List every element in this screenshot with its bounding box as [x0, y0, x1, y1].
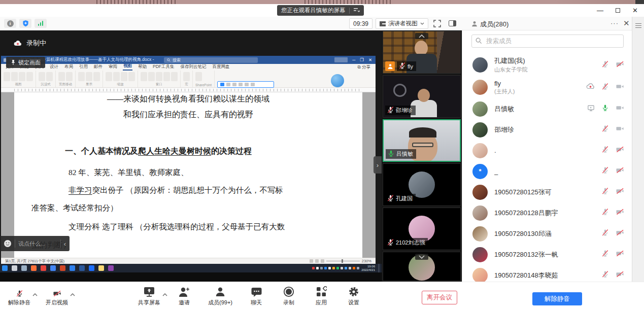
camera-muted-icon[interactable]: [616, 187, 624, 197]
member-row[interactable]: fly(主持人): [462, 76, 632, 98]
toolbar-button-members[interactable]: 成员(99+): [208, 285, 232, 306]
mic-on-icon[interactable]: [601, 104, 609, 114]
taskbar-icon-word[interactable]: [79, 265, 85, 271]
windows-taskbar[interactable]: 19:062022/4/21: [0, 264, 382, 272]
chevron-up-icon[interactable]: [32, 289, 38, 298]
show-desktop-button[interactable]: [378, 264, 380, 272]
camera-muted-icon[interactable]: [616, 229, 624, 238]
word-tab-审阅[interactable]: 审阅: [108, 64, 118, 71]
toolbar-button-settings[interactable]: 设置: [345, 285, 362, 306]
video-thumbnail-2102刘志强[interactable]: 2102刘志强: [383, 208, 461, 250]
word-tab-PDF工具集[interactable]: PDF工具集: [152, 64, 175, 71]
chevron-up-icon[interactable]: [162, 289, 167, 298]
ribbon-button[interactable]: [4, 72, 10, 81]
panel-close-button[interactable]: ✕: [623, 19, 630, 28]
ribbon-button[interactable]: [121, 72, 127, 81]
shared-screen[interactable]: 录制中 锁定画面 数智科学与计算机课程思政伦理故事——基于人文与伦理的视角.do…: [0, 30, 382, 282]
member-row[interactable]: 190507280132张一帆: [462, 244, 632, 265]
member-row[interactable]: 吕慎敏: [462, 98, 632, 119]
taskbar-icon-start[interactable]: [2, 265, 8, 271]
system-tray[interactable]: [312, 267, 359, 269]
video-thumbnail-邵增珍[interactable]: 邵增珍: [383, 75, 461, 118]
taskbar-icon-powerpoint[interactable]: [60, 265, 65, 271]
word-tab-帮助[interactable]: 帮助: [138, 64, 147, 71]
chevron-up-icon[interactable]: [70, 289, 75, 298]
word-tab-布局[interactable]: 布局: [64, 64, 74, 71]
word-search-box[interactable]: 搜索: [164, 57, 258, 63]
ribbon-button[interactable]: [11, 72, 18, 81]
ribbon-button[interactable]: [46, 72, 53, 81]
member-row[interactable]: 190507280125张可: [462, 182, 632, 202]
taskbar-icon-search[interactable]: [12, 265, 17, 271]
mic-muted-icon[interactable]: [601, 146, 609, 155]
layout-switch-icon[interactable]: [353, 7, 360, 14]
taskbar-icon-firefox[interactable]: [31, 265, 37, 271]
ribbon-button[interactable]: [128, 72, 135, 81]
word-minimize-button[interactable]: ─: [352, 57, 355, 62]
mic-muted-icon[interactable]: [601, 229, 609, 238]
camera-muted-icon[interactable]: [616, 60, 624, 70]
floating-assistant-ball[interactable]: [331, 74, 344, 87]
security-shield-icon[interactable]: [19, 19, 31, 28]
taskbar-icon-chrome[interactable]: [41, 265, 46, 271]
ribbon-button[interactable]: [148, 72, 155, 81]
mic-muted-icon[interactable]: [601, 208, 609, 218]
video-thumbnail-fly[interactable]: fly: [383, 31, 461, 74]
toolbar-button-screen-share[interactable]: 共享屏幕: [138, 285, 160, 306]
ribbon-button[interactable]: [183, 72, 190, 81]
ribbon-button[interactable]: [156, 72, 162, 81]
mic-muted-icon[interactable]: [601, 250, 609, 259]
video-thumbnail[interactable]: [383, 252, 461, 281]
video-thumbnail-孔建国[interactable]: 孔建国: [383, 163, 461, 206]
ime-toolbar[interactable]: [217, 81, 274, 88]
network-signal-icon[interactable]: [35, 19, 47, 28]
word-close-button[interactable]: ✕: [368, 57, 372, 62]
camera-muted-icon[interactable]: [616, 250, 624, 259]
ribbon-button[interactable]: [93, 72, 100, 81]
ribbon-button[interactable]: [171, 72, 178, 81]
camera-off-icon[interactable]: [616, 125, 624, 134]
word-tab-保存到云笔记[interactable]: 保存到云笔记: [180, 64, 207, 71]
ribbon-button[interactable]: [39, 72, 45, 81]
strip-collapse-handle[interactable]: ›: [374, 156, 382, 174]
strip-collapse-up-icon[interactable]: [415, 33, 428, 39]
view-mode-dropdown[interactable]: 演讲者视图: [376, 18, 428, 29]
camera-muted-icon[interactable]: [616, 166, 624, 176]
camera-off-icon[interactable]: [616, 83, 624, 92]
toolbar-button-mic-muted[interactable]: 解除静音: [8, 285, 30, 306]
mic-muted-icon[interactable]: [601, 60, 609, 70]
ribbon-button[interactable]: [195, 72, 202, 81]
mic-muted-icon[interactable]: [601, 166, 609, 176]
toggle-panel-icon[interactable]: [449, 20, 456, 26]
member-search-input[interactable]: [471, 35, 624, 48]
toolbar-button-apps[interactable]: 应用: [313, 285, 330, 306]
ribbon-button[interactable]: [141, 72, 147, 81]
video-thumbnail-吕慎敏[interactable]: 吕慎敏: [383, 119, 461, 162]
taskbar-icon-task-view[interactable]: [21, 265, 27, 271]
toolbar-button-chat[interactable]: 聊天: [248, 285, 265, 306]
view-mode-icon[interactable]: [310, 259, 313, 263]
toolbar-button-invite[interactable]: 邀请: [176, 285, 193, 306]
close-button[interactable]: ✕: [632, 7, 638, 14]
member-row[interactable]: 190507280130邱涵: [462, 223, 632, 244]
strip-scroll-down-icon[interactable]: [415, 254, 428, 260]
word-restore-button[interactable]: ❐: [360, 57, 364, 62]
chat-quick-input[interactable]: 说点什么... ‹: [0, 236, 70, 251]
ribbon-button[interactable]: [58, 72, 65, 81]
word-tab-引用[interactable]: 引用: [79, 64, 88, 71]
word-tab-视图[interactable]: 视图: [123, 63, 132, 71]
ribbon-button[interactable]: [106, 72, 112, 81]
toolbar-button-record[interactable]: 录制: [280, 285, 297, 306]
member-row[interactable]: *_: [462, 161, 632, 182]
maximize-button[interactable]: [616, 8, 620, 13]
word-tab-设计[interactable]: 设计: [49, 64, 59, 71]
word-share-button[interactable]: ⧉ 分享: [358, 64, 376, 71]
word-tab-百度网盘[interactable]: 百度网盘: [212, 64, 230, 71]
word-account-button[interactable]: [334, 57, 348, 62]
ribbon-button[interactable]: [86, 72, 92, 81]
leave-meeting-button[interactable]: 离开会议: [422, 291, 457, 304]
ribbon-button[interactable]: [78, 72, 85, 81]
member-row[interactable]: .: [462, 140, 632, 161]
watching-banner[interactable]: 您正在观看吕慎敏的屏幕: [277, 5, 364, 16]
panel-unmute-all-button[interactable]: 解除静音: [532, 292, 582, 305]
